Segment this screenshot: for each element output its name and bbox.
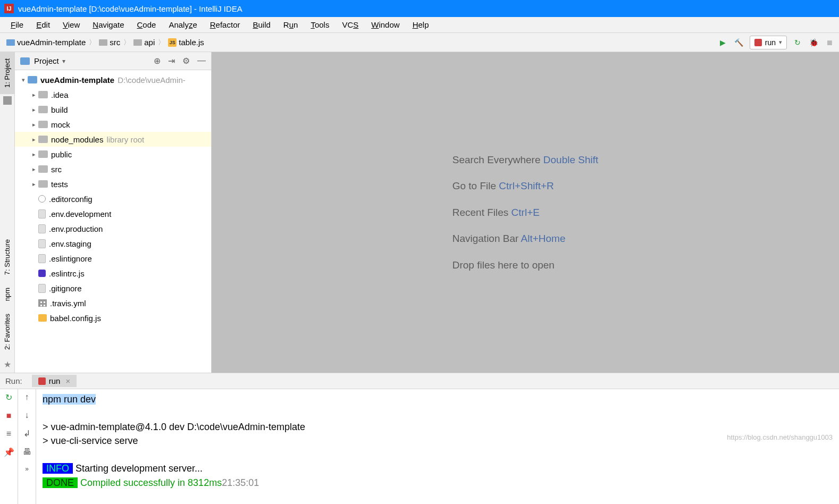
close-icon[interactable]: × <box>65 376 70 385</box>
down-icon[interactable]: ↓ <box>25 410 29 420</box>
breadcrumb: vueAdmin-template 〉 src 〉 api 〉 JStable.… <box>4 38 718 47</box>
tab-favorites[interactable]: 2: Favorites <box>0 307 14 356</box>
menu-code[interactable]: Code <box>131 19 163 30</box>
placeholder-line: Go to File Ctrl+Shift+R <box>452 173 599 199</box>
menu-tools[interactable]: Tools <box>304 19 335 30</box>
crumb-api[interactable]: api <box>131 38 157 47</box>
more-icon[interactable]: » <box>25 465 29 473</box>
menu-file[interactable]: File <box>4 19 30 30</box>
editor-placeholder-tips: Search Everywhere Double ShiftGo to File… <box>452 147 599 278</box>
js-file-icon: JS <box>168 38 177 47</box>
run-tab-name: run <box>49 376 61 385</box>
folder-icon <box>6 39 15 46</box>
tree-node-nodemodules[interactable]: ▸node_moduleslibrary root <box>15 132 211 147</box>
title-bar: IJ vueAdmin-template [D:\code\vueAdmin-t… <box>0 0 839 17</box>
tree-node-envdevelopment[interactable]: .env.development <box>15 206 211 221</box>
menu-analyze[interactable]: Analyze <box>162 19 203 30</box>
run-target-icon[interactable]: ▶ <box>718 37 728 48</box>
run-panel-header: Run: run × <box>0 373 839 389</box>
settings-icon[interactable]: ⚙ <box>182 56 190 66</box>
chevron-icon: 〉 <box>88 38 97 47</box>
menu-run[interactable]: Run <box>277 19 305 30</box>
toolbar-row: vueAdmin-template 〉 src 〉 api 〉 JStable.… <box>0 33 839 52</box>
app-icon: IJ <box>4 4 14 13</box>
stop-greyed-icon[interactable]: ⏹ <box>824 37 835 48</box>
toolbar-right: ▶ 🔨 run ▾ ↻ 🐞 ⏹ <box>718 36 835 49</box>
editor-area[interactable]: Search Everywhere Double ShiftGo to File… <box>212 52 839 373</box>
soft-wrap-icon[interactable]: ↲ <box>23 429 30 439</box>
debug-icon[interactable]: 🐞 <box>808 37 819 48</box>
project-panel-header: Project ▾ ⊕ ⇥ ⚙ — <box>15 52 211 70</box>
menu-window[interactable]: Window <box>365 19 406 30</box>
menu-view[interactable]: View <box>56 19 86 30</box>
menu-edit[interactable]: Edit <box>30 19 56 30</box>
project-tree[interactable]: ▾vueAdmin-templateD:\code\vueAdmin-▸.ide… <box>15 70 211 373</box>
up-icon[interactable]: ↑ <box>25 392 29 402</box>
window-title: vueAdmin-template [D:\code\vueAdmin-temp… <box>18 4 242 13</box>
tab-structure[interactable]: 7: Structure <box>0 233 14 281</box>
hide-icon[interactable]: — <box>197 56 206 66</box>
main-area: 1: Project 7: Structure npm 2: Favorites… <box>0 52 839 373</box>
menu-bar: File Edit View Navigate Code Analyze Ref… <box>0 17 839 33</box>
chevron-down-icon[interactable]: ▾ <box>62 57 65 65</box>
run-config-label: run <box>765 38 776 47</box>
left-tool-window-tabs: 1: Project 7: Structure npm 2: Favorites… <box>0 52 15 373</box>
tree-node-envstaging[interactable]: .env.staging <box>15 236 211 251</box>
tree-node-editorconfig[interactable]: .editorconfig <box>15 191 211 206</box>
folder-icon <box>99 39 107 46</box>
run-config-selector[interactable]: run ▾ <box>750 36 787 49</box>
tree-node-public[interactable]: ▸public <box>15 147 211 162</box>
console-output[interactable]: npm run dev > vue-admin-template@4.1.0 d… <box>36 389 839 504</box>
menu-refactor[interactable]: Refactor <box>204 19 247 30</box>
tree-node-build[interactable]: ▸build <box>15 102 211 117</box>
print-icon[interactable]: 🖶 <box>23 447 31 457</box>
collapse-icon[interactable]: ⇥ <box>168 56 175 66</box>
crumb-src[interactable]: src <box>97 38 122 47</box>
npm-icon <box>38 377 46 385</box>
tab-project[interactable]: 1: Project <box>0 52 14 94</box>
tree-node-babelconfigjs[interactable]: babel.config.js <box>15 310 211 325</box>
stop-icon[interactable]: ■ <box>6 411 12 421</box>
favorites-star-icon[interactable]: ★ <box>0 356 14 373</box>
run-body: ↻ ■ ≡ 📌 ↑ ↓ ↲ 🖶 » npm run dev > vue-admi… <box>0 389 839 504</box>
run-label: Run: <box>5 376 22 385</box>
locate-icon[interactable]: ⊕ <box>154 56 161 66</box>
project-panel-title: Project <box>34 56 59 65</box>
chevron-icon: 〉 <box>122 38 131 47</box>
layout-icon[interactable]: ≡ <box>6 429 11 439</box>
tree-node-travisyml[interactable]: .travis.yml <box>15 296 211 310</box>
placeholder-line: Recent Files Ctrl+E <box>452 199 599 225</box>
rerun-icon[interactable]: ↻ <box>792 37 803 48</box>
tree-node-eslintignore[interactable]: .eslintignore <box>15 251 211 266</box>
placeholder-line: Search Everywhere Double Shift <box>452 147 599 173</box>
tab-placeholder-icon[interactable] <box>3 96 12 105</box>
build-icon[interactable]: 🔨 <box>734 37 744 48</box>
chevron-icon: 〉 <box>157 38 166 47</box>
menu-navigate[interactable]: Navigate <box>86 19 130 30</box>
crumb-file[interactable]: JStable.js <box>166 38 206 47</box>
tree-node-src[interactable]: ▸src <box>15 162 211 177</box>
crumb-project[interactable]: vueAdmin-template <box>4 38 88 47</box>
tree-node-mock[interactable]: ▸mock <box>15 117 211 132</box>
menu-vcs[interactable]: VCS <box>335 19 365 30</box>
tree-node-idea[interactable]: ▸.idea <box>15 87 211 102</box>
tree-node-eslintrcjs[interactable]: .eslintrc.js <box>15 266 211 281</box>
chevron-down-icon: ▾ <box>779 39 782 46</box>
run-panel: Run: run × ↻ ■ ≡ 📌 ↑ ↓ ↲ 🖶 » npm run dev… <box>0 373 839 504</box>
folder-icon <box>133 39 142 46</box>
pin-icon[interactable]: 📌 <box>4 447 14 457</box>
tree-node-tests[interactable]: ▸tests <box>15 177 211 191</box>
menu-help[interactable]: Help <box>406 19 435 30</box>
placeholder-line: Drop files here to open <box>452 252 599 278</box>
tree-node-envproduction[interactable]: .env.production <box>15 221 211 236</box>
tree-node-gitignore[interactable]: .gitignore <box>15 281 211 296</box>
tab-npm[interactable]: npm <box>0 281 14 307</box>
rerun-icon[interactable]: ↻ <box>5 392 12 402</box>
npm-icon <box>754 39 762 46</box>
tree-root[interactable]: ▾vueAdmin-templateD:\code\vueAdmin- <box>15 72 211 87</box>
run-controls-col1: ↻ ■ ≡ 📌 <box>0 389 18 504</box>
folder-icon <box>20 57 30 65</box>
menu-build[interactable]: Build <box>246 19 276 30</box>
project-panel: Project ▾ ⊕ ⇥ ⚙ — ▾vueAdmin-templateD:\c… <box>15 52 212 373</box>
run-tab[interactable]: run × <box>32 375 77 387</box>
